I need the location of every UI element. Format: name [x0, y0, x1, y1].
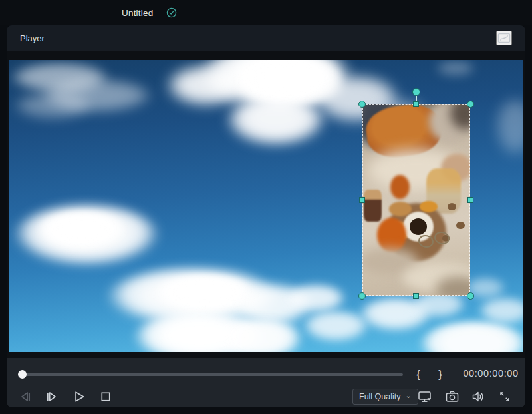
mark-out-button[interactable]: }: [432, 366, 449, 383]
check-circle-icon: [166, 7, 177, 18]
seek-bar-playhead[interactable]: [18, 370, 27, 379]
player-panel: Player: [7, 25, 525, 407]
mark-in-button[interactable]: {: [410, 366, 427, 383]
cloud: [13, 93, 93, 120]
cloud: [495, 100, 523, 156]
photo-autumn-leaf: [377, 218, 406, 252]
resize-handle-middle-right[interactable]: [467, 197, 473, 203]
fullscreen-button[interactable]: [496, 388, 513, 405]
triangle-left-bar-icon: [18, 389, 33, 404]
cloud: [419, 321, 523, 352]
photo-walnut: [456, 222, 465, 229]
step-forward-button[interactable]: [43, 388, 61, 405]
seek-bar-track[interactable]: [24, 373, 403, 376]
resize-handle-top-center[interactable]: [413, 101, 419, 107]
photo-croissant: [389, 202, 412, 216]
resize-handle-bottom-left[interactable]: [358, 292, 366, 300]
project-title-group: Untitled: [122, 0, 177, 25]
frame-curve-icon[interactable]: [496, 31, 512, 45]
play-triangle-icon: [72, 389, 86, 404]
titlebar: Untitled: [0, 0, 532, 25]
resize-handle-bottom-right[interactable]: [467, 292, 474, 300]
cloud: [226, 97, 326, 146]
photo-walnut: [448, 203, 456, 210]
display-select-icon: [417, 389, 433, 404]
stop-button[interactable]: [97, 388, 114, 405]
cloud: [412, 292, 466, 318]
volume-button[interactable]: [469, 388, 487, 405]
resize-handle-middle-left[interactable]: [359, 197, 365, 203]
play-button[interactable]: [70, 388, 88, 405]
player-panel-header: Player: [7, 25, 525, 51]
video-preview[interactable]: [9, 60, 523, 352]
photo-candle-jar: [364, 190, 382, 222]
chevron-down-icon: ⌄: [406, 392, 412, 399]
panel-title: Player: [20, 33, 45, 43]
project-title: Untitled: [122, 8, 153, 18]
resize-handle-top-right[interactable]: [467, 101, 474, 108]
cloud: [286, 285, 346, 313]
quality-value: Full Quality: [359, 392, 401, 401]
bar-triangle-right-icon: [45, 389, 59, 404]
rotation-handle[interactable]: [412, 88, 420, 96]
stop-square-icon: [98, 389, 113, 404]
photo-orange-slice: [420, 201, 438, 212]
photo-coffee: [410, 218, 427, 235]
camera-snapshot-button[interactable]: [444, 388, 461, 405]
cloud: [479, 298, 523, 325]
photo-autumn-leaf: [390, 175, 410, 199]
pip-clip-selection[interactable]: [362, 104, 470, 296]
previous-frame-button[interactable]: [17, 388, 34, 405]
app-window: Untitled Player: [0, 0, 532, 414]
expand-fullscreen-icon: [498, 390, 511, 403]
pip-clip-image[interactable]: [362, 104, 470, 296]
timecode-display: 00:00:00:00: [458, 368, 524, 379]
resize-handle-top-left[interactable]: [358, 101, 366, 108]
resize-handle-bottom-center[interactable]: [413, 293, 419, 299]
cloud: [37, 212, 126, 250]
quality-dropdown[interactable]: Full Quality ⌄: [352, 389, 418, 405]
display-select-button[interactable]: [416, 388, 434, 405]
cloud: [436, 61, 475, 76]
speaker-volume-icon: [471, 389, 485, 404]
camera-snapshot-icon: [445, 389, 460, 404]
